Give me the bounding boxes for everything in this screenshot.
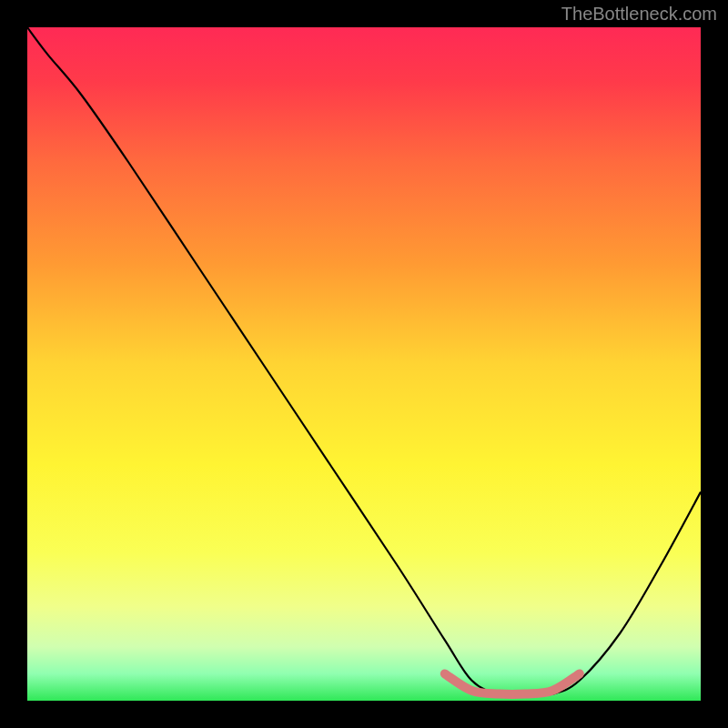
gradient-background bbox=[27, 27, 701, 701]
plot-frame bbox=[27, 27, 701, 701]
plot-svg bbox=[27, 27, 701, 701]
plot-area bbox=[27, 27, 701, 701]
watermark-text: TheBottleneck.com bbox=[561, 4, 717, 25]
